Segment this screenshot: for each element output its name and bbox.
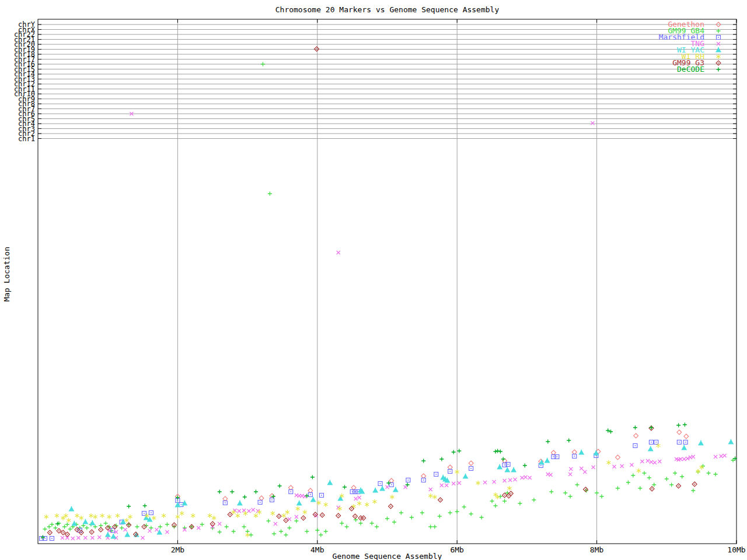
data-point	[83, 520, 88, 524]
data-point	[497, 465, 502, 469]
data-point	[421, 474, 426, 478]
data-point	[455, 470, 459, 474]
data-point	[583, 470, 587, 474]
data-point	[53, 526, 57, 530]
data-point	[135, 525, 139, 529]
scatter-plot-canvas: chrYchrXchr22chr21chr20chr19chr18chr17ch…	[0, 0, 747, 560]
data-point	[316, 48, 317, 50]
data-point	[574, 456, 575, 457]
data-point	[362, 489, 362, 489]
data-point	[631, 474, 635, 478]
data-point	[125, 533, 130, 537]
data-point	[568, 495, 573, 499]
data-point	[498, 450, 502, 454]
data-point	[79, 516, 83, 520]
data-point	[448, 465, 452, 470]
data-point	[508, 464, 509, 465]
data-point	[239, 501, 240, 501]
data-point	[295, 515, 298, 519]
data-point	[340, 522, 344, 526]
data-point	[637, 468, 641, 473]
x-tick-label: 10Mb	[727, 545, 745, 554]
chrom-label: chr1	[18, 135, 35, 143]
data-point	[448, 511, 452, 515]
data-point	[243, 495, 247, 499]
data-point	[230, 490, 234, 494]
data-point	[91, 531, 92, 533]
data-point	[673, 471, 677, 475]
data-point	[100, 529, 102, 530]
data-point	[501, 457, 505, 461]
data-point	[291, 491, 292, 492]
data-point	[67, 518, 71, 523]
data-point	[107, 532, 108, 533]
data-point	[81, 532, 82, 533]
data-point	[176, 514, 180, 519]
data-point	[176, 496, 180, 500]
data-point	[445, 484, 448, 487]
data-point	[651, 488, 652, 489]
data-point	[72, 522, 76, 526]
data-point	[650, 460, 653, 464]
data-point	[303, 510, 307, 514]
data-point	[677, 430, 682, 435]
data-point	[399, 511, 403, 515]
data-point	[557, 456, 558, 457]
data-point	[127, 532, 128, 533]
data-point	[393, 488, 398, 492]
data-point	[370, 522, 374, 526]
data-point	[177, 500, 179, 501]
data-point	[357, 501, 361, 506]
data-point	[494, 450, 498, 454]
data-point	[62, 532, 64, 533]
data-point	[351, 508, 352, 509]
data-point	[90, 536, 94, 540]
data-point	[180, 511, 184, 516]
data-point	[656, 442, 657, 443]
data-point	[112, 530, 113, 531]
data-point	[355, 516, 356, 517]
data-point	[343, 485, 347, 489]
data-point	[305, 530, 309, 534]
data-point	[634, 433, 638, 438]
data-point	[43, 527, 47, 531]
data-point	[549, 490, 553, 494]
data-point	[254, 490, 258, 494]
data-point	[85, 526, 89, 530]
data-point	[638, 487, 642, 491]
data-point	[410, 516, 414, 520]
data-point	[539, 460, 544, 464]
data-point	[151, 512, 152, 513]
data-point	[650, 446, 651, 447]
legend-marker	[717, 42, 720, 46]
data-point	[218, 522, 221, 526]
data-point	[440, 484, 444, 487]
data-point	[714, 473, 718, 477]
data-point	[447, 478, 448, 478]
data-point	[720, 454, 723, 458]
data-point	[158, 525, 162, 529]
data-point	[127, 505, 131, 509]
data-point	[74, 521, 75, 522]
data-point	[380, 483, 381, 484]
data-point	[76, 529, 78, 530]
data-point	[267, 519, 271, 523]
data-point	[585, 489, 587, 490]
data-point	[679, 442, 680, 443]
data-point	[465, 474, 466, 474]
data-point	[271, 511, 275, 516]
data-point	[423, 480, 424, 481]
data-point	[568, 473, 572, 476]
data-point	[308, 488, 313, 493]
data-point	[428, 525, 432, 529]
data-point	[274, 522, 277, 526]
data-point	[107, 527, 109, 528]
data-point	[252, 508, 255, 512]
data-point	[452, 482, 455, 485]
data-point	[646, 459, 650, 463]
data-point	[165, 530, 169, 534]
data-point	[375, 525, 379, 529]
data-point	[319, 533, 323, 537]
data-point	[469, 512, 473, 516]
data-point	[254, 513, 258, 518]
